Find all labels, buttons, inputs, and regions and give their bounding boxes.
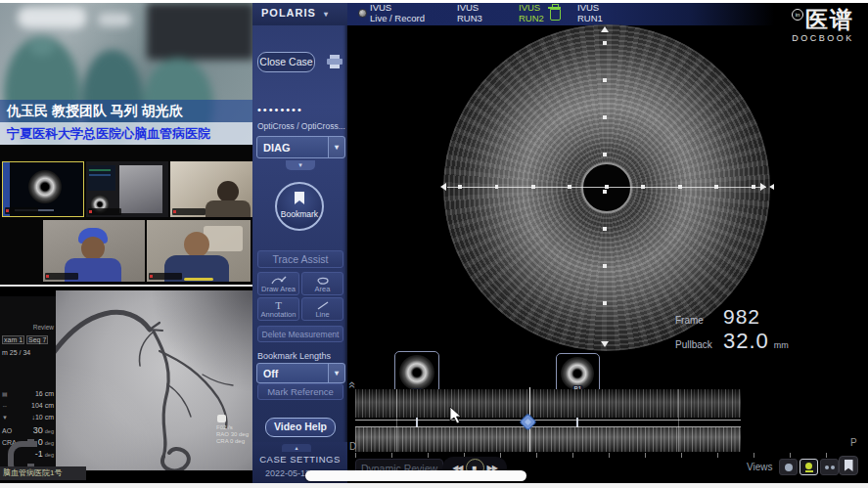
tab-ivus-run1[interactable]: IVUS RUN1	[577, 2, 603, 23]
room-window	[204, 226, 243, 251]
case-settings-label[interactable]: CASE SETTINGS	[252, 454, 347, 465]
overlay-line: F02 /s	[216, 424, 249, 431]
tab-line1: IVUS	[577, 2, 603, 13]
horizontal-ruler-ticks	[458, 185, 755, 189]
or-lamp	[18, 7, 86, 28]
angio-frame-counter: m 25 / 34	[2, 349, 54, 356]
angio-review-label: Review	[2, 324, 54, 331]
angio-exam-cell: xam 1	[2, 335, 24, 344]
pullback-ruler	[355, 453, 856, 458]
chevron-down-icon: ▾	[328, 137, 344, 157]
bookmark-thumbnail-b1[interactable]: B1	[556, 353, 600, 394]
tab-ivus-run2-active[interactable]: IVUS RUN2	[519, 2, 544, 23]
tab-ivus-run3[interactable]: IVUS RUN3	[457, 2, 482, 23]
mouse-cursor	[449, 406, 463, 425]
catheter-label: OptiCross / OptiCross...	[257, 121, 345, 131]
dual-view-icon	[825, 466, 829, 469]
view-dual-button[interactable]	[820, 459, 839, 475]
participant-head	[81, 237, 105, 260]
frame-readout: Frame 982 Pullback 32.0 mm	[675, 305, 793, 354]
line-icon	[315, 301, 331, 310]
longitudinal-view-lower[interactable]	[355, 427, 741, 452]
ruler-arrow-up-icon	[601, 26, 609, 32]
probe-view-base	[805, 470, 813, 472]
pullback-label: Pullback	[675, 339, 718, 350]
mode-select[interactable]: DIAG ▾	[256, 136, 345, 158]
surgery-video-feed: 仇玉民 教授团队 马列 胡光欣 宁夏医科大学总医院心脑血管病医院	[0, 3, 252, 145]
dual-view-icon	[831, 466, 835, 469]
segment-boundary-right	[678, 389, 679, 452]
view-probe-button-active[interactable]	[799, 459, 818, 475]
app-title: POLARIS	[261, 7, 316, 19]
draw-area-icon	[271, 276, 287, 285]
single-view-icon	[785, 464, 793, 471]
delete-measurement-button[interactable]: Delete Measurement	[257, 326, 343, 342]
divider	[0, 285, 252, 287]
angio-source-label: 脑血管病医院1号	[0, 466, 86, 480]
conference-tile-cathlab[interactable]	[86, 161, 168, 217]
views-label: Views	[747, 462, 773, 472]
tab-line2: RUN3	[457, 13, 482, 23]
case-settings-expand-tab[interactable]: ▴	[282, 444, 311, 452]
area-button[interactable]: Area	[301, 272, 343, 295]
tab-ivus-live-record[interactable]: IVUS Live / Record	[370, 2, 425, 23]
participant-name-pill	[88, 208, 121, 215]
overlay-line: RAO 30 deg	[216, 431, 249, 438]
conference-tile-ivus-share[interactable]	[2, 161, 84, 217]
mark-reference-button[interactable]: Mark Reference	[257, 383, 343, 400]
video-help-button[interactable]: Video Help	[265, 418, 336, 437]
angio-measure-1: 16 cm	[35, 390, 54, 397]
tab-line2: RUN2	[519, 13, 544, 23]
tab-line2: RUN1	[577, 13, 603, 23]
polaris-ivus-screen: 仇玉民 教授团队 马列 胡光欣 宁夏医科大学总医院心脑血管病医院	[0, 0, 868, 488]
conference-tile-nurse[interactable]	[43, 220, 145, 282]
segment-boundary-left	[396, 389, 397, 452]
participant-name-pill	[45, 273, 78, 280]
angio-overlay-readout: F02 /s RAO 30 deg CRA 0 deg	[216, 415, 249, 445]
annotation-button[interactable]: T Annotation	[257, 297, 299, 321]
longitudinal-view-upper[interactable]	[355, 389, 741, 418]
angle-value: 0	[38, 437, 43, 447]
stream-caption-team: 仇玉民 教授团队 马列 胡光欣	[0, 100, 252, 122]
longitudinal-centerline	[355, 420, 741, 421]
probe-view-icon	[805, 463, 812, 469]
draw-area-button[interactable]: Draw Area	[257, 272, 299, 295]
distal-label: D	[349, 441, 356, 452]
conference-tile-remote-doctor[interactable]	[170, 161, 252, 217]
angio-sidebar: Review xam 1 Seq 7 m 25 / 34 ▤ 16 cm ⇔ 1…	[0, 296, 56, 470]
bookmark-button-label: Bookmark	[277, 209, 322, 219]
logo-chinese: 医谱	[805, 7, 854, 32]
annotation-label: Annotation	[261, 311, 297, 318]
line-button[interactable]: Line	[301, 297, 343, 321]
angle-value: 30	[33, 425, 43, 435]
vertical-ruler-ticks	[603, 41, 607, 336]
polaris-menu[interactable]: POLARIS ▾	[252, 0, 347, 25]
tab-line2: Live / Record	[370, 13, 425, 23]
tab-line1: IVUS	[519, 2, 544, 13]
line-label: Line	[315, 311, 329, 318]
pullback-unit: mm	[774, 340, 789, 350]
bookmark-icon	[845, 460, 853, 471]
bookmark-lengths-select[interactable]: Off ▾	[256, 363, 345, 383]
ruler-arrow-left-icon	[440, 183, 446, 191]
bookmark-button[interactable]: Bookmark	[275, 182, 324, 231]
delete-run-icon[interactable]	[550, 9, 561, 21]
shared-ivus-ring	[28, 170, 62, 203]
overlay-line: CRA 0 deg	[216, 438, 249, 445]
area-label: Area	[315, 286, 331, 292]
trace-assist-button[interactable]: Trace Assist	[257, 250, 343, 268]
table-height-icon: ▤	[2, 390, 8, 397]
panel-collapse-tab[interactable]: ▾	[286, 160, 315, 170]
close-case-button[interactable]: Close Case	[257, 52, 315, 72]
video-conference-grid	[0, 145, 252, 285]
docbook-logo: in 医谱 DOCBOOK	[781, 7, 865, 43]
bookmark-lengths-value: Off	[257, 368, 328, 379]
logo-english: DOCBOOK	[781, 33, 865, 43]
expand-up-icon[interactable]: «	[345, 381, 360, 386]
longitudinal-centerline	[355, 426, 741, 427]
bookmark-view-button[interactable]	[839, 456, 858, 475]
print-icon[interactable]	[327, 55, 343, 68]
tab-line1: IVUS	[457, 2, 482, 13]
conference-tile-operator[interactable]	[147, 220, 251, 282]
view-single-button[interactable]	[779, 459, 798, 475]
